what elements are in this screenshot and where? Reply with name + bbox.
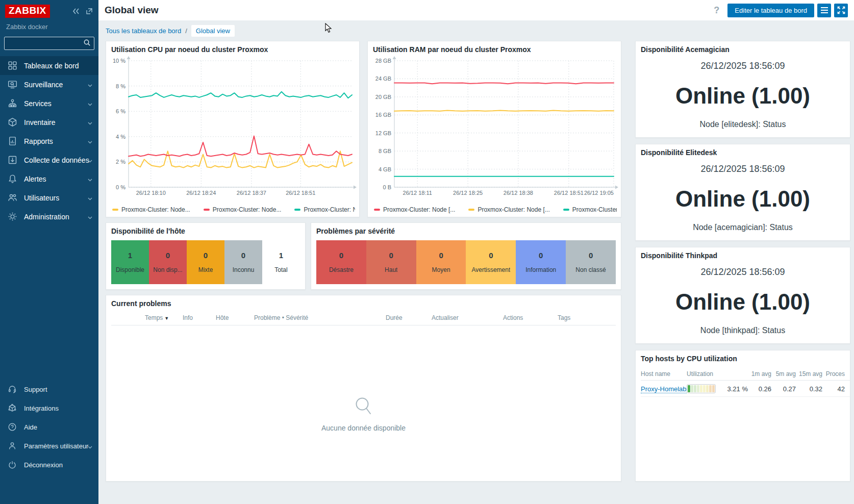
svg-text:28 GB: 28 GB <box>375 58 391 64</box>
severity-tiles: 0Désastre 0Haut 0Moyen 0Avertissement 0I… <box>316 240 616 284</box>
empty-state: Aucune donnée disponible <box>106 395 621 432</box>
sidebar-item-label: Rapports <box>24 137 53 145</box>
avg-5m-value: 0.27 <box>771 385 796 393</box>
legend-item[interactable]: Proxmox-Cluster: Node [... <box>563 206 617 213</box>
legend-item[interactable]: Proxmox-Cluster: Node [... <box>374 206 455 213</box>
svg-text:26/12 18:38: 26/12 18:38 <box>504 190 533 196</box>
instance-name: Zabbix docker <box>0 18 98 31</box>
widget-title: Utilisation RAM par noeud du cluster Pro… <box>373 45 616 54</box>
sidebar-nav: Tableaux de bord Surveillance Services <box>0 56 98 226</box>
magnifier-icon <box>353 410 374 418</box>
sidebar-item-deconnexion[interactable]: Déconnexion <box>0 456 98 474</box>
tile-label: Disponible <box>116 266 144 273</box>
problems-table-header: Temps▼ Info Hôte Problème • Sévérité Dur… <box>111 313 616 325</box>
legend-item[interactable]: Proxmox-Cluster: Node... <box>294 206 355 213</box>
tile-moyen[interactable]: 0Moyen <box>416 240 466 284</box>
sidebar-item-support[interactable]: Support <box>0 380 98 399</box>
breadcrumb-separator: / <box>185 27 187 35</box>
svg-text:16 GB: 16 GB <box>375 112 391 118</box>
sidebar-item-administration[interactable]: Administration <box>0 207 98 226</box>
svg-text:26/12 18:51: 26/12 18:51 <box>554 190 584 196</box>
tile-label: Information <box>525 266 556 273</box>
svg-text:26/12 18:25: 26/12 18:25 <box>453 190 483 196</box>
sidebar-item-surveillance[interactable]: Surveillance <box>0 75 98 94</box>
hide-sidebar-icon[interactable] <box>85 7 93 15</box>
tile-value: 0 <box>339 251 343 260</box>
chevron-down-icon <box>88 156 92 165</box>
tile-haut[interactable]: 0Haut <box>366 240 416 284</box>
breadcrumb-all-dashboards[interactable]: Tous les tableaux de bord <box>106 27 181 35</box>
column-processes: Proces <box>822 370 845 377</box>
help-icon[interactable]: ? <box>714 5 719 16</box>
tile-value: 1 <box>279 251 283 260</box>
collapse-sidebar-icon[interactable] <box>72 7 80 15</box>
legend-item[interactable]: Proxmox-Cluster: Node... <box>112 206 190 213</box>
search-icon[interactable] <box>83 39 91 48</box>
legend-item[interactable]: Proxmox-Cluster: Node [... <box>468 206 549 213</box>
sidebar-item-alertes[interactable]: Alertes <box>0 169 98 188</box>
sidebar-item-rapports[interactable]: Rapports <box>0 132 98 150</box>
tile-desastre[interactable]: 0Désastre <box>316 240 366 284</box>
legend-item[interactable]: Proxmox-Cluster: Node... <box>204 206 282 213</box>
tile-label: Désastre <box>329 266 354 273</box>
widget-title: Problèmes par sévérité <box>316 227 616 235</box>
tile-inconnu[interactable]: 0Inconnu <box>224 240 262 284</box>
tile-mixte[interactable]: 0Mixte <box>187 240 224 284</box>
legend-swatch <box>468 209 474 211</box>
sidebar-item-collecte-de-donnees[interactable]: Collecte de données <box>0 150 98 169</box>
widget-title: Current problems <box>111 299 616 308</box>
svg-text:10 %: 10 % <box>113 58 125 64</box>
sidebar-item-services[interactable]: Services <box>0 94 98 113</box>
tile-value: 0 <box>204 251 208 260</box>
column-utilization: Utilization <box>687 370 718 377</box>
column-temps[interactable]: Temps▼ <box>145 314 169 321</box>
legend-swatch <box>112 209 118 211</box>
svg-text:26/12 18:24: 26/12 18:24 <box>186 190 216 196</box>
sidebar-item-label: Utilisateurs <box>24 194 59 202</box>
kiosk-mode-button[interactable] <box>834 4 848 17</box>
legend-swatch <box>563 209 569 211</box>
availability-item-name: Node [thinkpad]: Status <box>700 326 785 335</box>
sidebar: ZABBIX Zabbix docker Tableaux de bord <box>0 0 98 504</box>
edit-dashboard-button[interactable]: Editer le tableau de bord <box>727 4 814 17</box>
availability-timestamp: 26/12/2025 18:56:09 <box>700 61 785 71</box>
headset-icon <box>8 385 18 395</box>
sidebar-item-inventaire[interactable]: Inventaire <box>0 113 98 132</box>
inventory-icon <box>8 117 18 128</box>
cpu-chart-legend: Proxmox-Cluster: Node... Proxmox-Cluster… <box>112 206 355 213</box>
host-link[interactable]: Proxy-Homelab <box>641 385 687 393</box>
sidebar-item-aide[interactable]: Aide <box>0 418 98 437</box>
tile-label: Moyen <box>432 266 450 273</box>
tile-avertissement[interactable]: 0Avertissement <box>466 240 516 284</box>
zabbix-logo[interactable]: ZABBIX <box>5 5 50 18</box>
widget-availability-elitedesk: Disponibilité Elitedesk 26/12/2025 18:56… <box>635 144 850 241</box>
tile-total[interactable]: 1Total <box>262 240 300 284</box>
sidebar-item-integrations[interactable]: Intégrations <box>0 399 98 418</box>
breadcrumb-current[interactable]: Global view <box>191 25 235 37</box>
dashboard-menu-button[interactable] <box>817 4 831 17</box>
power-icon <box>8 460 18 470</box>
tile-value: 0 <box>389 251 393 260</box>
widget-availability-acemagician: Disponibilité Acemagician 26/12/2025 18:… <box>635 41 850 138</box>
tile-disponible[interactable]: 1Disponible <box>111 240 149 284</box>
breadcrumb: Tous les tableaux de bord / Global view <box>98 20 854 41</box>
availability-value: Online (1.00) <box>675 71 810 120</box>
sidebar-item-tableaux-de-bord[interactable]: Tableaux de bord <box>0 56 98 75</box>
availability-timestamp: 26/12/2025 18:56:09 <box>700 164 785 174</box>
tile-information[interactable]: 0Information <box>516 240 566 284</box>
sidebar-item-utilisateurs[interactable]: Utilisateurs <box>0 188 98 207</box>
sidebar-item-parametres-utilisateur[interactable]: Paramètres utilisateur <box>0 437 98 456</box>
tile-non-classe[interactable]: 0Non classé <box>566 240 616 284</box>
sidebar-search <box>4 37 94 50</box>
column-15m-avg: 15m avg <box>796 370 822 377</box>
data-collection-icon <box>8 155 18 165</box>
availability-item-name: Node [acemagician]: Status <box>693 223 793 232</box>
svg-text:24 GB: 24 GB <box>375 75 391 82</box>
tile-value: 0 <box>489 251 493 260</box>
tile-non-disponible[interactable]: 0Non disp... <box>149 240 187 284</box>
sidebar-footer: Support Intégrations Aide Paramètres uti… <box>0 380 98 474</box>
search-input[interactable] <box>8 39 83 48</box>
availability-body: 26/12/2025 18:56:09 Online (1.00) Node [… <box>641 159 845 237</box>
svg-text:6 %: 6 % <box>116 108 125 114</box>
widget-title: Disponibilité Elitedesk <box>641 148 845 157</box>
